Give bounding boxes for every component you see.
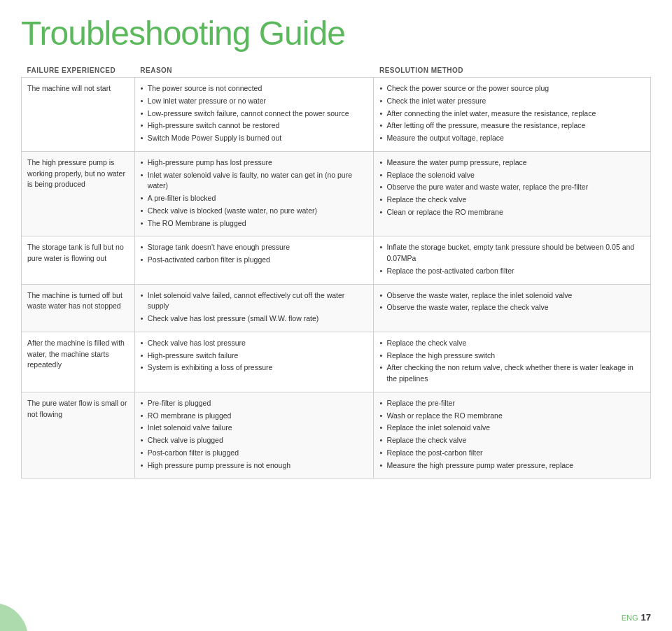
- table-row: The machine is turned off but waste wate…: [22, 284, 651, 332]
- reason-item: System is exhibiting a loss of pressure: [141, 362, 368, 374]
- failure-cell: After the machine is filled with water, …: [22, 332, 135, 392]
- reason-item: Post-carbon filter is plugged: [141, 448, 368, 459]
- failure-cell: The machine is turned off but waste wate…: [22, 284, 135, 332]
- reason-item: High pressure pump pressure is not enoug…: [141, 460, 368, 472]
- resolution-item: After checking the non return valve, che…: [379, 362, 645, 385]
- resolution-item: Measure the water pump pressure, replace: [379, 157, 645, 169]
- resolution-cell: Observe the waste water, replace the inl…: [374, 284, 651, 332]
- reason-item: Post-activated carbon filter is plugged: [141, 255, 368, 266]
- resolution-item: Check the power source or the power sour…: [379, 83, 645, 94]
- failure-cell: The pure water flow is small or not flow…: [22, 392, 135, 478]
- resolution-cell: Measure the water pump pressure, replace…: [374, 151, 651, 236]
- reason-item: Pre-filter is plugged: [141, 398, 368, 409]
- resolution-item: Replace the solenoid valve: [379, 170, 645, 181]
- failure-cell: The storage tank is full but no pure wat…: [22, 236, 135, 284]
- reason-cell: Check valve has lost pressureHigh-pressu…: [134, 332, 374, 392]
- table-row: The machine will not startThe power sour…: [22, 78, 651, 152]
- resolution-item: After connecting the inlet water, measur…: [379, 108, 645, 120]
- resolution-cell: Replace the check valveReplace the high …: [374, 332, 651, 392]
- green-corner-decoration: [0, 589, 42, 631]
- table-row: The pure water flow is small or not flow…: [22, 392, 651, 478]
- table-row: The high pressure pump is working proper…: [22, 151, 651, 236]
- resolution-cell: Replace the pre-filterWash or replace th…: [374, 392, 651, 478]
- reason-item: The RO Membrane is plugged: [141, 218, 368, 229]
- resolution-item: Replace the check valve: [379, 435, 645, 446]
- resolution-item: Observe the waste water, replace the che…: [379, 302, 645, 313]
- resolution-item: After letting off the pressure, measure …: [379, 120, 645, 132]
- table-row: After the machine is filled with water, …: [22, 332, 651, 392]
- resolution-item: Observe the waste water, replace the inl…: [379, 290, 645, 302]
- resolution-item: Replace the post-activated carbon filter: [379, 266, 645, 277]
- col-header-resolution: RESOLUTION METHOD: [374, 64, 651, 78]
- reason-item: A pre-filter is blocked: [141, 193, 368, 204]
- reason-item: High-pressure switch failure: [141, 350, 368, 362]
- resolution-item: Measure the high pressure pump water pre…: [379, 460, 645, 472]
- reason-item: The power source is not connected: [141, 83, 368, 94]
- page-footer: ENG 17: [622, 612, 651, 623]
- svg-point-0: [0, 603, 28, 631]
- reason-item: Inlet solenoid valve failed, cannot effe…: [141, 290, 368, 313]
- resolution-item: Inflate the storage bucket, empty tank p…: [379, 242, 645, 264]
- reason-item: Check valve is plugged: [141, 435, 368, 446]
- resolution-item: Replace the high pressure switch: [379, 350, 645, 362]
- reason-item: High-pressure pump has lost pressure: [141, 157, 368, 169]
- table-row: The storage tank is full but no pure wat…: [22, 236, 651, 284]
- reason-item: Inlet solenoid valve failure: [141, 423, 368, 434]
- resolution-item: Measure the output voltage, replace: [379, 133, 645, 144]
- resolution-item: Observe the pure water and waste water, …: [379, 182, 645, 193]
- reason-item: Switch Mode Power Supply is burned out: [141, 133, 368, 144]
- reason-item: Low-pressure switch failure, cannot conn…: [141, 108, 368, 120]
- resolution-cell: Inflate the storage bucket, empty tank p…: [374, 236, 651, 284]
- reason-item: RO membrane is plugged: [141, 411, 368, 422]
- resolution-item: Check the inlet water pressure: [379, 96, 645, 107]
- page-number: 17: [641, 612, 651, 623]
- reason-cell: High-pressure pump has lost pressureInle…: [134, 151, 374, 236]
- reason-item: Check valve has lost pressure: [141, 338, 368, 349]
- reason-cell: The power source is not connectedLow inl…: [134, 78, 374, 152]
- reason-item: Low inlet water pressure or no water: [141, 96, 368, 107]
- resolution-item: Replace the inlet solenoid valve: [379, 423, 645, 434]
- resolution-item: Clean or replace the RO membrane: [379, 207, 645, 218]
- reason-cell: Pre-filter is pluggedRO membrane is plug…: [134, 392, 374, 478]
- reason-item: Check valve has lost pressure (small W.W…: [141, 313, 368, 325]
- reason-item: Check valve is blocked (waste water, no …: [141, 206, 368, 217]
- failure-cell: The machine will not start: [22, 78, 135, 152]
- failure-cell: The high pressure pump is working proper…: [22, 151, 135, 236]
- reason-item: Storage tank doesn't have enough pressur…: [141, 242, 368, 253]
- resolution-item: Wash or replace the RO membrane: [379, 411, 645, 422]
- col-header-reason: REASON: [134, 64, 374, 78]
- resolution-item: Replace the check valve: [379, 338, 645, 349]
- reason-cell: Inlet solenoid valve failed, cannot effe…: [134, 284, 374, 332]
- resolution-item: Replace the check valve: [379, 194, 645, 206]
- reason-item: Inlet water solenoid valve is faulty, no…: [141, 170, 368, 192]
- resolution-item: Replace the pre-filter: [379, 398, 645, 409]
- page-title: Troubleshooting Guide: [21, 14, 651, 52]
- troubleshooting-table: FAILURE EXPERIENCED REASON RESOLUTION ME…: [21, 64, 651, 478]
- language-label: ENG: [622, 614, 638, 622]
- col-header-failure: FAILURE EXPERIENCED: [22, 64, 135, 78]
- reason-cell: Storage tank doesn't have enough pressur…: [134, 236, 374, 284]
- reason-item: High-pressure switch cannot be restored: [141, 120, 368, 132]
- resolution-cell: Check the power source or the power sour…: [374, 78, 651, 152]
- resolution-item: Replace the post-carbon filter: [379, 448, 645, 459]
